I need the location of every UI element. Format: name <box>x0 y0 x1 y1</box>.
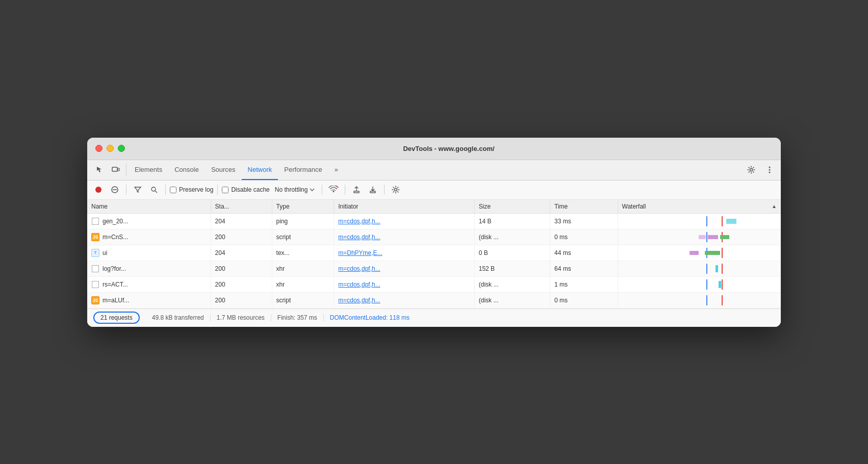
svg-point-12 <box>395 189 397 191</box>
col-status[interactable]: Sta... <box>211 200 272 214</box>
type-cell: script <box>272 229 334 245</box>
waterfall-cell <box>618 276 781 292</box>
time-cell: 1 ms <box>550 276 618 292</box>
waterfall-cell <box>618 245 781 261</box>
table-row: T ui 204 tex... m=DhPYme,E... 0 B 44 ms <box>87 245 781 261</box>
traffic-lights <box>95 145 125 152</box>
type-cell: tex... <box>272 245 334 261</box>
size-cell: 14 B <box>474 213 550 229</box>
time-cell: 0 ms <box>550 229 618 245</box>
network-settings-icon[interactable] <box>389 183 403 197</box>
tab-console[interactable]: Console <box>168 160 205 180</box>
initiator-cell[interactable]: m=cdos,dpf,h... <box>334 292 474 308</box>
minimize-button[interactable] <box>107 145 114 152</box>
table-row: JS m=CnS... 200 script m=cdos,dpf,h... (… <box>87 229 781 245</box>
table-header-row: Name Sta... Type Initiator Size Time Wat… <box>87 200 781 214</box>
time-cell: 0 ms <box>550 292 618 308</box>
disable-cache-checkbox[interactable] <box>222 187 228 193</box>
size-cell: (disk ... <box>474 292 550 308</box>
toolbar-divider-3 <box>217 185 218 195</box>
name-cell: JS m=CnS... <box>87 229 211 245</box>
svg-rect-1 <box>118 168 119 171</box>
devtools-body: Elements Console Sources Network Perform… <box>87 160 781 327</box>
toolbar-divider-4 <box>322 185 322 195</box>
transferred-stat: 49.8 kB transferred <box>146 314 211 321</box>
tab-elements[interactable]: Elements <box>129 160 168 180</box>
toolbar-divider-6 <box>384 185 385 195</box>
row-name: ui <box>103 249 107 256</box>
toolbar-divider-5 <box>345 185 345 195</box>
status-cell: 204 <box>211 245 272 261</box>
initiator-cell[interactable]: m=cdos,dpf,h... <box>334 276 474 292</box>
search-icon[interactable] <box>147 183 161 197</box>
name-cell: gen_20... <box>87 213 211 229</box>
device-toggle-icon[interactable] <box>108 162 124 178</box>
requests-count[interactable]: 21 requests <box>93 312 140 324</box>
col-waterfall[interactable]: Waterfall ▲ <box>618 200 781 214</box>
tab-more[interactable]: » <box>328 160 344 180</box>
status-cell: 200 <box>211 261 272 276</box>
devtools-window: DevTools - www.google.com/ Elements Cons… <box>87 138 781 327</box>
tab-network[interactable]: Network <box>242 160 278 180</box>
initiator-cell[interactable]: m=cdos,dpf,h... <box>334 213 474 229</box>
initiator-cell[interactable]: m=DhPYme,E... <box>334 245 474 261</box>
clear-button[interactable] <box>108 183 122 197</box>
col-type[interactable]: Type <box>272 200 334 214</box>
throttle-select[interactable]: No throttling <box>272 185 318 194</box>
svg-point-9 <box>151 187 156 191</box>
svg-point-6 <box>95 187 101 193</box>
col-initiator[interactable]: Initiator <box>334 200 474 214</box>
script-icon2: JS <box>91 296 99 304</box>
network-table: Name Sta... Type Initiator Size Time Wat… <box>87 200 781 308</box>
size-cell: (disk ... <box>474 276 550 292</box>
record-button[interactable] <box>91 183 106 197</box>
time-cell: 64 ms <box>550 261 618 276</box>
import-icon[interactable] <box>349 183 364 197</box>
tabs-divider <box>126 164 126 176</box>
svg-point-3 <box>769 167 771 168</box>
tab-sources[interactable]: Sources <box>205 160 242 180</box>
close-button[interactable] <box>95 145 103 152</box>
file-icon-checkbox3 <box>91 280 99 289</box>
col-size[interactable]: Size <box>474 200 550 214</box>
status-bar: 21 requests 49.8 kB transferred 1.7 MB r… <box>87 308 781 327</box>
maximize-button[interactable] <box>118 145 125 152</box>
disable-cache-label[interactable]: Disable cache <box>222 186 269 193</box>
settings-icon[interactable] <box>744 163 758 177</box>
name-cell: T ui <box>87 245 211 261</box>
file-icon-checkbox2 <box>91 265 99 273</box>
status-cell: 200 <box>211 292 272 308</box>
col-name[interactable]: Name <box>87 200 211 214</box>
titlebar: DevTools - www.google.com/ <box>87 138 781 160</box>
export-icon[interactable] <box>366 183 380 197</box>
col-time[interactable]: Time <box>550 200 618 214</box>
preserve-log-label[interactable]: Preserve log <box>170 186 213 193</box>
preserve-log-checkbox[interactable] <box>170 187 176 193</box>
status-cell: 204 <box>211 213 272 229</box>
toolbar-divider-1 <box>126 185 126 195</box>
online-icon[interactable] <box>326 183 341 197</box>
row-name: rs=ACT... <box>103 281 128 288</box>
toolbar-divider-2 <box>165 185 166 195</box>
filter-icon[interactable] <box>131 183 145 197</box>
network-toolbar: Preserve log Disable cache No throttling <box>87 181 781 200</box>
type-cell: xhr <box>272 261 334 276</box>
type-cell: ping <box>272 213 334 229</box>
svg-point-2 <box>750 169 753 171</box>
file-icon-checkbox <box>91 217 99 225</box>
name-cell: rs=ACT... <box>87 276 211 292</box>
more-options-icon[interactable] <box>762 163 777 177</box>
svg-line-11 <box>337 186 338 188</box>
window-title: DevTools - www.google.com/ <box>125 145 773 152</box>
name-cell: JS m=aLUf... <box>87 292 211 308</box>
waterfall-cell <box>618 292 781 308</box>
initiator-cell[interactable]: m=cdos,dpf,h... <box>334 261 474 276</box>
size-cell: 152 B <box>474 261 550 276</box>
row-name: m=aLUf... <box>103 297 129 304</box>
dom-content-loaded: DOMContentLoaded: 118 ms <box>324 314 416 321</box>
size-cell: (disk ... <box>474 229 550 245</box>
initiator-cell[interactable]: m=cdos,dpf,h... <box>334 229 474 245</box>
inspect-icon[interactable] <box>91 162 108 178</box>
tab-performance[interactable]: Performance <box>278 160 328 180</box>
resources-stat: 1.7 MB resources <box>211 314 271 321</box>
